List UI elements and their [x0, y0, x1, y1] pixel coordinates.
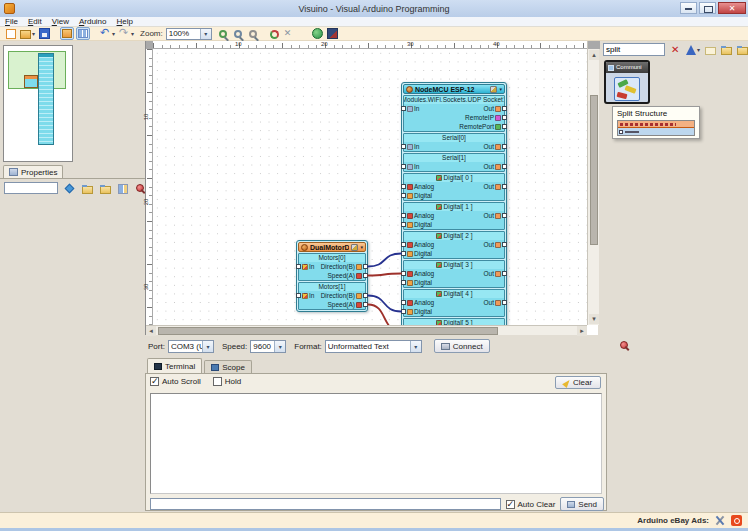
undo-button[interactable]: ▾	[99, 27, 116, 40]
checkbox-icon[interactable]	[506, 500, 515, 509]
canvas-content[interactable]: DualMotorDriver1▾Motors[0]InDirection(B)…	[153, 49, 587, 325]
save-filter-button[interactable]	[736, 43, 748, 56]
menu-edit[interactable]: Edit	[23, 17, 47, 27]
pin-m1_speed[interactable]	[363, 302, 368, 307]
open-filter-button[interactable]	[720, 43, 733, 56]
pin[interactable]	[401, 300, 406, 305]
generate-code-button[interactable]	[269, 27, 280, 40]
filter-gem-button[interactable]	[63, 182, 76, 195]
zoom-select[interactable]: 100% ▾	[166, 28, 212, 40]
pin[interactable]	[502, 106, 507, 111]
wrench-icon[interactable]	[351, 244, 358, 251]
pin-d3_ana[interactable]	[401, 271, 406, 276]
connect-button[interactable]: Connect	[434, 339, 490, 353]
pin[interactable]	[401, 184, 406, 189]
pin[interactable]	[502, 164, 507, 169]
chevron-down-icon[interactable]: ▾	[499, 86, 502, 92]
pin[interactable]	[401, 222, 406, 227]
clear-button[interactable]: Clear	[555, 376, 601, 389]
pin[interactable]	[401, 164, 406, 169]
open-button[interactable]: ▾	[19, 27, 36, 40]
scroll-left-icon[interactable]: ◂	[146, 326, 156, 336]
maximize-button[interactable]	[699, 2, 716, 14]
show-grid-button[interactable]	[76, 27, 90, 40]
component-block-nodemcu[interactable]: NodeMCU ESP-12▾Modules.WiFi.Sockets.UDP …	[401, 82, 507, 325]
horizontal-scroll-thumb[interactable]	[158, 327, 498, 335]
pin[interactable]	[502, 271, 507, 276]
menu-arduino[interactable]: Arduino	[74, 17, 112, 27]
hold-checkbox[interactable]: Hold	[213, 377, 241, 386]
send-button[interactable]: Send	[560, 497, 604, 511]
chevron-down-icon[interactable]: ▾	[360, 244, 363, 250]
overview-minimap[interactable]	[3, 45, 73, 162]
pin[interactable]	[502, 242, 507, 247]
pin[interactable]	[502, 213, 507, 218]
component-wizard-button[interactable]: ▾	[685, 43, 701, 56]
menu-file[interactable]: File	[0, 17, 23, 27]
left-panel: Properties	[0, 41, 145, 512]
minimize-button[interactable]	[680, 2, 697, 14]
block-header[interactable]: NodeMCU ESP-12▾	[403, 84, 505, 94]
pin[interactable]	[401, 213, 406, 218]
open-folder-button[interactable]	[81, 182, 94, 195]
customize-tools-icon[interactable]	[715, 515, 726, 526]
new-document-button[interactable]	[5, 27, 17, 40]
tab-scope[interactable]: Scope	[204, 360, 252, 374]
wrench-icon[interactable]	[490, 86, 497, 93]
send-message-input[interactable]	[150, 498, 501, 510]
pin-d2_dig[interactable]	[401, 251, 406, 256]
auto-clear-checkbox[interactable]: Auto Clear	[506, 500, 556, 509]
pin-d4_dig[interactable]	[401, 309, 406, 314]
delete-button[interactable]	[282, 27, 295, 40]
pin[interactable]	[502, 300, 507, 305]
checkbox-icon[interactable]	[150, 377, 159, 386]
component-search-input[interactable]	[603, 43, 665, 56]
checkbox-icon[interactable]	[213, 377, 222, 386]
pin[interactable]	[296, 264, 301, 269]
zoom-out-button[interactable]	[232, 27, 245, 40]
properties-filter-input[interactable]	[4, 182, 58, 194]
tab-terminal[interactable]: Terminal	[147, 358, 202, 374]
pin-m0_speed[interactable]	[363, 273, 368, 278]
web-help-button[interactable]	[311, 27, 324, 40]
save-button[interactable]	[38, 27, 51, 40]
pin[interactable]	[401, 280, 406, 285]
pin[interactable]	[502, 115, 507, 120]
palette-item-split-structure[interactable]: Communi	[604, 60, 650, 104]
menu-help[interactable]: Help	[112, 17, 138, 27]
ad-icon[interactable]	[731, 515, 742, 526]
categories-button[interactable]	[117, 182, 129, 195]
new-filter-button[interactable]	[704, 43, 717, 56]
upload-button[interactable]	[326, 27, 339, 40]
pin[interactable]	[296, 293, 301, 298]
menu-view[interactable]: View	[47, 17, 74, 27]
close-button[interactable]: ✕	[718, 2, 746, 14]
tab-properties[interactable]: Properties	[3, 165, 63, 178]
pin-m0_dir[interactable]	[363, 264, 368, 269]
auto-scroll-checkbox[interactable]: Auto Scroll	[150, 377, 201, 386]
pin[interactable]	[401, 242, 406, 247]
panel-pin-icon[interactable]	[619, 341, 629, 351]
scroll-right-icon[interactable]: ▸	[577, 326, 587, 336]
speed-select[interactable]: 9600 ▾	[250, 340, 286, 353]
show-panels-button[interactable]	[60, 27, 74, 40]
pin[interactable]	[502, 184, 507, 189]
terminal-output[interactable]	[150, 393, 602, 494]
port-select[interactable]: COM3 (Unav ▾	[168, 340, 214, 353]
vertical-scroll-thumb[interactable]	[590, 95, 598, 245]
pin[interactable]	[401, 144, 406, 149]
pin[interactable]	[401, 193, 406, 198]
redo-button[interactable]: ▾	[118, 27, 135, 40]
pin[interactable]	[502, 144, 507, 149]
zoom-in-button[interactable]	[217, 27, 230, 40]
block-header[interactable]: DualMotorDriver1▾	[298, 242, 366, 252]
clear-search-button[interactable]	[669, 43, 682, 56]
pin[interactable]	[502, 124, 507, 129]
pin[interactable]	[401, 106, 406, 111]
save-folder-button[interactable]	[99, 182, 112, 195]
horizontal-scrollbar[interactable]: ◂ ▸	[146, 325, 587, 335]
component-block-dualmotordriver[interactable]: DualMotorDriver1▾Motors[0]InDirection(B)…	[296, 240, 368, 312]
pin-m1_dir[interactable]	[363, 293, 368, 298]
zoom-original-button[interactable]	[247, 27, 260, 40]
format-select[interactable]: Unformatted Text ▾	[325, 340, 422, 353]
